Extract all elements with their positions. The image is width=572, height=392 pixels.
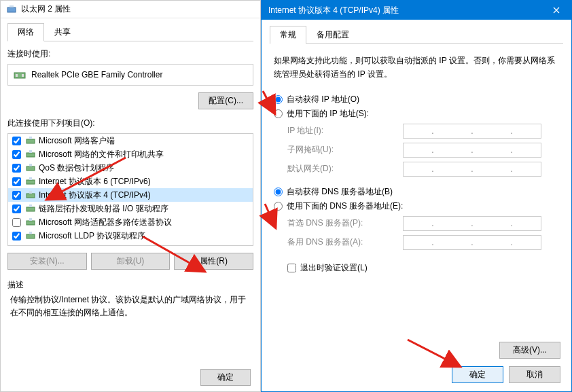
description-text: 传输控制协议/Internet 协议。该协议是默认的广域网络协议，用于在不同的相… (7, 293, 253, 319)
items-label: 此连接使用下列项目(O): (7, 118, 253, 129)
description-label: 描述 (7, 279, 253, 291)
list-item-checkbox[interactable] (12, 137, 21, 145)
left-window-title: 以太网 2 属性 (21, 3, 71, 15)
radio-dns-auto[interactable] (274, 188, 283, 196)
svg-rect-8 (29, 150, 32, 153)
protocol-icon (25, 203, 36, 214)
configure-button[interactable]: 配置(C)... (198, 92, 253, 109)
adapter-icon (6, 4, 17, 15)
list-item[interactable]: Internet 协议版本 4 (TCP/IPv4) (8, 188, 253, 202)
ipv4-properties-window: Internet 协议版本 4 (TCP/IPv4) 属性 常规 备用配置 如果… (261, 0, 572, 392)
list-item-label: Microsoft LLDP 协议驱动程序 (39, 230, 145, 242)
svg-rect-5 (26, 139, 35, 143)
svg-rect-13 (26, 194, 35, 198)
list-item-label: Microsoft 网络的文件和打印机共享 (39, 149, 164, 160)
tab-network[interactable]: 网络 (7, 23, 44, 41)
radio-ip-manual[interactable] (274, 109, 283, 118)
properties-button[interactable]: 属性(R) (174, 253, 253, 270)
tab-sharing[interactable]: 共享 (44, 23, 81, 41)
protocol-icon (25, 176, 36, 187)
right-cancel-button[interactable]: 取消 (509, 366, 560, 383)
adapter-name: Realtek PCIe GBE Family Controller (31, 70, 162, 79)
list-item-checkbox[interactable] (12, 177, 21, 186)
svg-rect-17 (26, 221, 35, 225)
protocol-listbox[interactable]: Microsoft 网络客户端Microsoft 网络的文件和打印机共享QoS … (7, 133, 253, 246)
list-item-label: Internet 协议版本 4 (TCP/IPv4) (39, 190, 151, 201)
dns-pref-input: ... (403, 216, 541, 231)
ip-address-label: IP 地址(I): (287, 125, 403, 137)
svg-rect-12 (29, 177, 32, 180)
svg-rect-1 (10, 5, 14, 7)
advanced-button[interactable]: 高级(V)... (499, 342, 560, 359)
protocol-icon (25, 190, 36, 200)
list-item[interactable]: QoS 数据包计划程序 (8, 161, 253, 175)
svg-rect-18 (29, 218, 32, 221)
left-titlebar: 以太网 2 属性 (1, 1, 260, 18)
protocol-icon (25, 162, 36, 173)
list-item-checkbox[interactable] (12, 150, 21, 159)
radio-dns-manual-label: 使用下面的 DNS 服务器地址(E): (287, 200, 403, 212)
svg-rect-16 (29, 204, 32, 207)
svg-rect-14 (29, 191, 32, 194)
uninstall-button[interactable]: 卸载(U) (91, 253, 171, 270)
left-ok-button[interactable]: 确定 (200, 369, 251, 386)
right-ok-button[interactable]: 确定 (452, 366, 503, 383)
protocol-icon (25, 230, 36, 241)
svg-rect-6 (29, 137, 32, 139)
list-item[interactable]: Microsoft 网络客户端 (8, 134, 253, 147)
list-item-checkbox[interactable] (12, 191, 21, 200)
validate-label: 退出时验证设置(L) (300, 262, 368, 274)
svg-rect-10 (29, 164, 32, 166)
list-item-label: Internet 协议版本 6 (TCP/IPv6) (39, 176, 151, 188)
radio-dns-auto-label: 自动获得 DNS 服务器地址(B) (287, 186, 393, 198)
list-item-checkbox[interactable] (12, 164, 21, 173)
left-tab-strip: 网络 共享 (7, 22, 253, 41)
svg-rect-15 (26, 207, 35, 211)
validate-checkbox[interactable] (287, 264, 296, 272)
list-item-label: Microsoft 网络客户端 (39, 135, 115, 147)
svg-rect-3 (16, 74, 18, 77)
list-item[interactable]: Microsoft 网络的文件和打印机共享 (8, 147, 253, 161)
list-item-label: 链路层拓扑发现映射器 I/O 驱动程序 (39, 203, 168, 215)
list-item-checkbox[interactable] (12, 218, 21, 227)
list-item-label: QoS 数据包计划程序 (39, 162, 114, 174)
help-text: 如果网络支持此功能，则可以获取自动指派的 IP 设置。否则，你需要从网络系统管理… (270, 54, 563, 82)
protocol-icon (25, 217, 36, 228)
list-item-checkbox[interactable] (12, 232, 21, 240)
list-item-label: Microsoft 网络适配器多路传送器协议 (39, 217, 172, 228)
tab-general[interactable]: 常规 (270, 26, 306, 44)
tab-alternate[interactable]: 备用配置 (306, 26, 359, 44)
ip-address-input: ... (403, 124, 541, 139)
close-icon (553, 7, 560, 14)
subnet-label: 子网掩码(U): (287, 144, 403, 156)
protocol-icon (25, 149, 36, 160)
protocol-icon (25, 135, 36, 146)
svg-rect-0 (7, 7, 16, 12)
svg-rect-7 (26, 153, 35, 157)
dns-alt-input: ... (403, 235, 541, 250)
install-button[interactable]: 安装(N)... (7, 253, 87, 270)
list-item[interactable]: Internet 协议版本 6 (TCP/IPv6) (8, 175, 253, 188)
radio-dns-manual[interactable] (274, 202, 283, 211)
dns-pref-label: 首选 DNS 服务器(P): (287, 217, 403, 229)
radio-ip-auto[interactable] (274, 95, 283, 104)
dns-alt-label: 备用 DNS 服务器(A): (287, 236, 403, 248)
gateway-input: ... (403, 162, 541, 177)
close-button[interactable] (541, 1, 571, 20)
radio-ip-manual-label: 使用下面的 IP 地址(S): (287, 108, 369, 120)
gateway-label: 默认网关(D): (287, 163, 403, 175)
svg-rect-9 (26, 166, 35, 171)
svg-rect-11 (26, 180, 35, 184)
list-item[interactable]: Microsoft 网络适配器多路传送器协议 (8, 215, 253, 229)
list-item[interactable]: Microsoft LLDP 协议驱动程序 (8, 229, 253, 243)
connect-using-label: 连接时使用: (7, 48, 253, 60)
svg-rect-20 (29, 232, 32, 234)
list-item-checkbox[interactable] (12, 204, 21, 213)
right-titlebar: Internet 协议版本 4 (TCP/IPv4) 属性 (262, 1, 571, 20)
svg-rect-19 (26, 234, 35, 238)
list-item[interactable]: 链路层拓扑发现映射器 I/O 驱动程序 (8, 202, 253, 215)
right-window-title: Internet 协议版本 4 (TCP/IPv4) 属性 (268, 5, 541, 16)
nic-icon (14, 69, 26, 81)
ethernet-properties-window: 以太网 2 属性 网络 共享 连接时使用: Realtek PCIe GBE F… (0, 0, 261, 392)
subnet-input: ... (403, 143, 541, 158)
